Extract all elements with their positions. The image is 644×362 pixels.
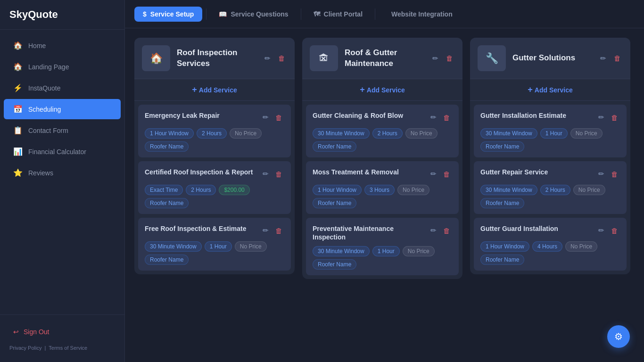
- topnav-website-integration[interactable]: Website Integration: [379, 7, 461, 22]
- topnav-service-setup[interactable]: $ Service Setup: [134, 7, 202, 22]
- service-tags: 30 Minute Window1 HourNo PriceRoofer Nam…: [480, 128, 620, 152]
- delete-service-button[interactable]: 🗑: [273, 111, 284, 123]
- service-name: Emergency Leak Repair: [145, 111, 220, 120]
- service-tag: No Price: [570, 128, 603, 139]
- sidebar-label-reviews: Reviews: [28, 169, 53, 177]
- category-title-roof-inspection: Roof Inspection Services: [177, 48, 256, 68]
- service-name: Gutter Guard Installation: [480, 224, 558, 233]
- app-logo: SkyQuote: [0, 0, 124, 30]
- list-item: Moss Treatment & Removal ✏ 🗑 1 Hour Wind…: [306, 161, 459, 214]
- sidebar-item-contact-form[interactable]: 📋 Contact Form: [4, 120, 121, 140]
- delete-service-button[interactable]: 🗑: [609, 168, 620, 180]
- edit-service-button[interactable]: ✏: [596, 224, 606, 237]
- service-tag: No Price: [230, 128, 262, 139]
- sidebar-nav: 🏠 Home 🏠 Landing Page ⚡ InstaQuote 📅 Sch…: [0, 30, 124, 314]
- category-thumbnail-roof-inspection: 🏠: [142, 45, 170, 71]
- service-tag: 1 Hour: [540, 128, 568, 139]
- category-header-gutter-solutions: 🔧 Gutter Solutions ✏ 🗑: [470, 38, 630, 79]
- service-tag: Roofer Name: [145, 255, 189, 265]
- service-actions: ✏ 🗑: [261, 168, 284, 180]
- service-tags: 1 Hour Window3 HoursNo PriceRoofer Name: [313, 185, 452, 208]
- delete-service-button[interactable]: 🗑: [441, 224, 452, 237]
- edit-category-gutter-solutions[interactable]: ✏: [598, 52, 608, 65]
- topnav-label-client-portal: Client Portal: [324, 10, 363, 18]
- service-tags: 1 Hour Window2 HoursNo PriceRoofer Name: [145, 128, 284, 152]
- list-item: Free Roof Inspection & Estimate ✏ 🗑 30 M…: [138, 218, 291, 271]
- sidebar-item-financial-calculator[interactable]: 📊 Financial Calculator: [4, 141, 121, 162]
- service-tag: No Price: [405, 128, 438, 139]
- service-tag: Exact Time: [145, 185, 183, 195]
- edit-service-button[interactable]: ✏: [429, 224, 438, 237]
- list-item: Gutter Repair Service ✏ 🗑 30 Minute Wind…: [474, 161, 627, 214]
- edit-service-button[interactable]: ✏: [261, 168, 271, 180]
- sidebar-label-scheduling: Scheduling: [28, 106, 61, 113]
- add-service-roof-gutter-maintenance[interactable]: + Add Service: [302, 79, 462, 101]
- fab-button[interactable]: ⚙: [607, 325, 630, 348]
- services-list-gutter-solutions: Gutter Installation Estimate ✏ 🗑 30 Minu…: [470, 101, 630, 274]
- edit-category-roof-gutter-maintenance[interactable]: ✏: [430, 52, 440, 65]
- edit-service-button[interactable]: ✏: [261, 111, 271, 123]
- edit-service-button[interactable]: ✏: [596, 111, 606, 123]
- sidebar-item-instaquote[interactable]: ⚡ InstaQuote: [4, 78, 121, 98]
- main-area: $ Service Setup 📖 Service Questions 🗺 Cl…: [125, 0, 644, 362]
- service-tag: Roofer Name: [313, 198, 356, 208]
- edit-service-button[interactable]: ✏: [261, 224, 271, 237]
- delete-service-button[interactable]: 🗑: [273, 168, 284, 180]
- delete-service-button[interactable]: 🗑: [441, 168, 452, 180]
- service-tag: 30 Minute Window: [145, 241, 202, 252]
- delete-category-roof-inspection[interactable]: 🗑: [276, 52, 287, 65]
- delete-category-gutter-solutions[interactable]: 🗑: [612, 52, 623, 65]
- topnav-service-questions[interactable]: 📖 Service Questions: [210, 7, 297, 22]
- topnav-icon-client-portal: 🗺: [314, 10, 320, 18]
- service-actions: ✏ 🗑: [429, 168, 452, 180]
- service-tag: Roofer Name: [145, 141, 189, 152]
- delete-service-button[interactable]: 🗑: [273, 224, 284, 237]
- privacy-policy-link[interactable]: Privacy Policy: [9, 345, 41, 351]
- category-roof-gutter-maintenance: 🏚 Roof & Gutter Maintenance ✏ 🗑 + Add Se…: [302, 38, 462, 279]
- category-actions-roof-inspection: ✏ 🗑: [263, 52, 287, 65]
- delete-service-button[interactable]: 🗑: [609, 224, 620, 237]
- sidebar-label-home: Home: [28, 42, 46, 49]
- service-name: Gutter Cleaning & Roof Blow: [313, 111, 403, 120]
- service-tags: 30 Minute Window2 HoursNo PriceRoofer Na…: [480, 185, 620, 208]
- service-name: Certified Roof Inspection & Report: [145, 168, 253, 176]
- sidebar-icon-contact-form: 📋: [13, 126, 23, 135]
- service-tag: 4 Hours: [532, 241, 562, 252]
- sidebar-item-landing-page[interactable]: 🏠 Landing Page: [4, 57, 121, 77]
- service-tag: Roofer Name: [313, 259, 356, 270]
- delete-service-button[interactable]: 🗑: [609, 111, 620, 123]
- service-tag: 30 Minute Window: [480, 185, 537, 195]
- add-service-gutter-solutions[interactable]: + Add Service: [470, 79, 630, 101]
- service-tags: 30 Minute Window2 HoursNo PriceRoofer Na…: [313, 128, 452, 152]
- service-tag: Roofer Name: [480, 198, 524, 208]
- topnav-label-service-questions: Service Questions: [231, 10, 288, 18]
- delete-category-roof-gutter-maintenance[interactable]: 🗑: [444, 52, 455, 65]
- sidebar: SkyQuote 🏠 Home 🏠 Landing Page ⚡ InstaQu…: [0, 0, 125, 362]
- content-area: 🏠 Roof Inspection Services ✏ 🗑 + Add Ser…: [125, 28, 644, 362]
- sidebar-item-scheduling[interactable]: 📅 Scheduling: [4, 99, 121, 119]
- edit-category-roof-inspection[interactable]: ✏: [263, 52, 272, 65]
- service-tag: 30 Minute Window: [313, 246, 370, 256]
- sign-out-button[interactable]: ↩ Sign Out: [4, 323, 121, 340]
- edit-service-button[interactable]: ✏: [429, 111, 438, 123]
- service-actions: ✏ 🗑: [429, 224, 452, 237]
- category-actions-gutter-solutions: ✏ 🗑: [598, 52, 623, 65]
- sidebar-icon-financial-calculator: 📊: [13, 147, 23, 156]
- sidebar-label-instaquote: InstaQuote: [28, 84, 61, 92]
- category-thumbnail-roof-gutter-maintenance: 🏚: [310, 45, 338, 71]
- edit-service-button[interactable]: ✏: [596, 168, 606, 180]
- service-actions: ✏ 🗑: [261, 111, 284, 123]
- service-tag: 30 Minute Window: [480, 128, 537, 139]
- delete-service-button[interactable]: 🗑: [441, 111, 452, 123]
- sidebar-item-home[interactable]: 🏠 Home: [4, 35, 121, 56]
- category-thumbnail-gutter-solutions: 🔧: [478, 45, 506, 71]
- list-item: Emergency Leak Repair ✏ 🗑 1 Hour Window2…: [138, 105, 291, 157]
- edit-service-button[interactable]: ✏: [429, 168, 438, 180]
- sidebar-item-reviews[interactable]: ⭐ Reviews: [4, 163, 121, 183]
- topnav-client-portal[interactable]: 🗺 Client Portal: [305, 7, 371, 22]
- terms-link[interactable]: Terms of Service: [49, 345, 87, 351]
- service-tag: $200.00: [219, 185, 249, 195]
- add-service-roof-inspection[interactable]: + Add Service: [134, 79, 295, 101]
- sidebar-label-contact-form: Contact Form: [28, 127, 68, 134]
- sign-out-icon: ↩: [13, 328, 19, 336]
